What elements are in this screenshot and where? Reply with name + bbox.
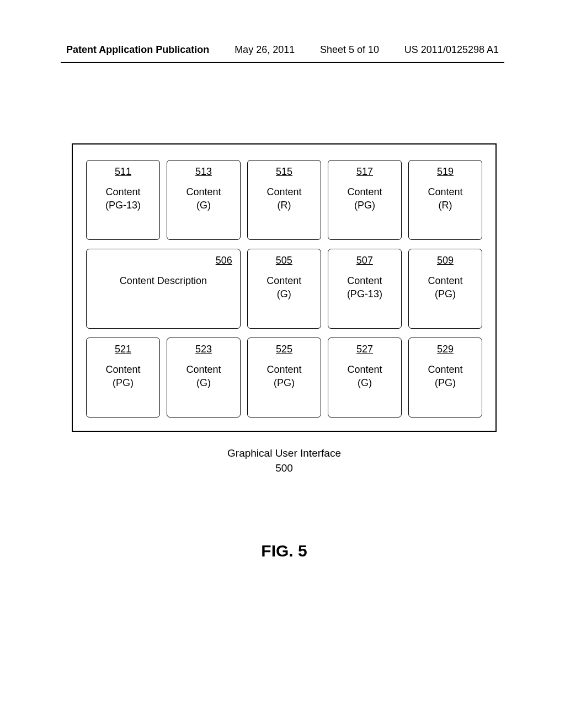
tile-label: Content(PG-13) xyxy=(105,185,141,212)
tile-ref-number: 519 xyxy=(437,166,454,178)
publication-number: US 2011/0125298 A1 xyxy=(404,44,499,56)
tile-ref-number: 517 xyxy=(356,166,373,178)
content-tile: 506Content Description xyxy=(86,249,241,329)
tile-label: Content Description xyxy=(120,274,207,287)
publication-label: Patent Application Publication xyxy=(66,44,209,56)
tile-ref-number: 523 xyxy=(195,344,212,355)
tile-ref-number: 529 xyxy=(437,344,454,355)
tile-label: Content(R) xyxy=(428,185,462,212)
content-tile: 505Content(G) xyxy=(247,249,321,329)
tile-label: Content(PG) xyxy=(347,185,382,212)
tile-label: Content(PG-13) xyxy=(347,274,382,301)
content-tile: 529Content(PG) xyxy=(408,338,482,417)
tile-label: Content(PG) xyxy=(105,363,140,390)
content-tile: 509Content(PG) xyxy=(408,249,482,329)
tile-row: 506Content Description505Content(G)507Co… xyxy=(86,249,482,329)
tile-label: Content(PG) xyxy=(428,363,462,390)
content-tile: 527Content(G) xyxy=(328,338,402,417)
gui-frame: 511Content(PG-13)513Content(G)515Content… xyxy=(72,143,497,432)
publication-date: May 26, 2011 xyxy=(234,44,295,56)
tile-label: Content(R) xyxy=(266,185,301,212)
figure-label: FIG. 5 xyxy=(72,542,497,560)
tile-label: Content(G) xyxy=(266,274,301,301)
tile-label: Content(PG) xyxy=(266,363,301,390)
tile-label: Content(G) xyxy=(186,185,221,212)
page-header: Patent Application Publication May 26, 2… xyxy=(0,44,565,56)
content-tile: 511Content(PG-13) xyxy=(86,160,160,240)
content-tile: 517Content(PG) xyxy=(328,160,402,240)
content-tile: 515Content(R) xyxy=(247,160,321,240)
tile-ref-number: 506 xyxy=(216,255,232,266)
tile-ref-number: 527 xyxy=(356,344,373,355)
tile-ref-number: 507 xyxy=(356,255,373,266)
content-tile: 513Content(G) xyxy=(167,160,241,240)
tile-row: 521Content(PG)523Content(G)525Content(PG… xyxy=(86,338,482,417)
tile-label: Content(PG) xyxy=(428,274,462,301)
tile-label: Content(G) xyxy=(186,363,221,390)
gui-caption-line2: 500 xyxy=(72,461,497,476)
tile-ref-number: 525 xyxy=(276,344,292,355)
gui-caption: Graphical User Interface 500 xyxy=(72,446,497,475)
tile-row: 511Content(PG-13)513Content(G)515Content… xyxy=(86,160,482,240)
header-rule xyxy=(61,62,504,63)
content-tile: 521Content(PG) xyxy=(86,338,160,417)
tile-ref-number: 511 xyxy=(115,166,131,178)
tile-ref-number: 513 xyxy=(195,166,212,178)
tile-ref-number: 509 xyxy=(437,255,454,266)
gui-caption-line1: Graphical User Interface xyxy=(72,446,497,461)
tile-label: Content(G) xyxy=(347,363,382,390)
content-tile: 525Content(PG) xyxy=(247,338,321,417)
tile-ref-number: 515 xyxy=(276,166,292,178)
tile-ref-number: 521 xyxy=(115,344,131,355)
tile-ref-number: 505 xyxy=(276,255,292,266)
content-tile: 519Content(R) xyxy=(408,160,482,240)
content-tile: 507Content(PG-13) xyxy=(328,249,402,329)
figure-area: 511Content(PG-13)513Content(G)515Content… xyxy=(72,143,497,560)
content-tile: 523Content(G) xyxy=(167,338,241,417)
publication-sheet: Sheet 5 of 10 xyxy=(320,44,379,56)
